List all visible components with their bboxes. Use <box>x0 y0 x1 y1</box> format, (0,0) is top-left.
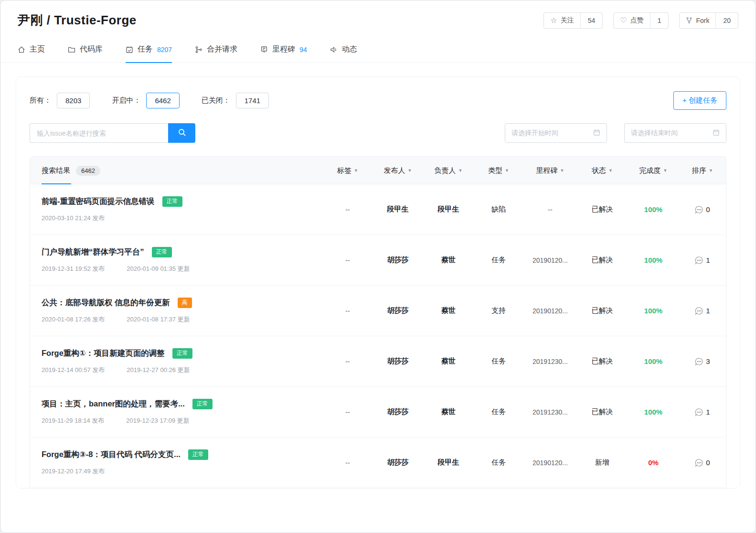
comment-icon <box>695 205 703 214</box>
like-count[interactable]: 1 <box>650 13 669 28</box>
comment-icon <box>695 256 703 265</box>
end-date-placeholder: 请选择结束时间 <box>631 129 678 138</box>
tab-milestones-count: 94 <box>299 46 307 53</box>
fork-count[interactable]: 20 <box>715 13 738 28</box>
merge-icon <box>195 46 202 53</box>
tab-tasks[interactable]: 任务 8207 <box>126 36 172 63</box>
tag-cell: -- <box>323 459 373 467</box>
publisher-cell[interactable]: 胡莎莎 <box>373 256 423 265</box>
issue-title[interactable]: 前端-重置密码页面提示信息错误 <box>42 196 155 207</box>
like-button[interactable]: ♡ 点赞 1 <box>613 12 669 29</box>
tab-activity-label: 动态 <box>342 44 357 54</box>
tab-tasks-count: 8207 <box>157 46 172 53</box>
assignee-cell[interactable]: 段甲生 <box>423 205 474 214</box>
column-header-sort[interactable]: 排序▼ <box>679 166 726 175</box>
comment-icon <box>695 408 703 416</box>
tag-cell: -- <box>323 307 373 315</box>
issue-title[interactable]: 门户导航新增“群体学习平台” <box>42 247 144 257</box>
priority-badge: 正常 <box>162 196 182 207</box>
follow-button[interactable]: ☆ 关注 54 <box>543 12 603 29</box>
search-button[interactable] <box>168 123 195 143</box>
follow-label: 关注 <box>561 16 574 25</box>
comment-icon <box>695 458 703 467</box>
column-header-tag[interactable]: 标签▼ <box>323 166 373 175</box>
publisher-cell[interactable]: 胡莎莎 <box>373 407 423 416</box>
tag-cell: -- <box>323 206 373 213</box>
repo-icon <box>68 46 75 53</box>
priority-badge: 高 <box>178 298 192 308</box>
column-header-assignee[interactable]: 负责人▼ <box>423 166 474 175</box>
results-label: 搜索结果 <box>42 166 70 175</box>
column-header-milestone[interactable]: 里程碑▼ <box>523 166 577 175</box>
column-header-publisher[interactable]: 发布人▼ <box>373 166 423 175</box>
tab-home[interactable]: 主页 <box>18 36 45 63</box>
published-date: 2019-12-14 00:57 发布 <box>42 366 105 374</box>
comment-icon <box>695 357 703 366</box>
caret-down-icon: ▼ <box>560 168 564 173</box>
updated-date: 2020-01-09 01:35 更新 <box>127 265 190 273</box>
issue-title-cell: 公共：底部导航版权 信息的年份更新 高 2020-01-08 17:26 发布 … <box>30 298 323 324</box>
comment-icon <box>695 307 703 315</box>
issue-title[interactable]: 项目：主页，banner图的处理，需要考... <box>42 399 185 409</box>
publisher-cell[interactable]: 段甲生 <box>373 205 423 214</box>
caret-down-icon: ▼ <box>663 168 668 173</box>
search-input[interactable] <box>30 123 168 143</box>
filter-open-count[interactable]: 6462 <box>146 93 179 108</box>
milestone-cell: 20190120... <box>523 256 577 264</box>
assignee-cell[interactable]: 蔡世 <box>423 407 474 416</box>
end-date-picker[interactable]: 请选择结束时间 <box>624 123 726 143</box>
milestone-cell: 20190120... <box>523 459 577 467</box>
comments-cell[interactable]: 1 <box>679 307 726 315</box>
tab-milestones[interactable]: 里程碑 94 <box>260 36 307 63</box>
status-cell: 已解决 <box>577 407 628 416</box>
issue-title-cell: 前端-重置密码页面提示信息错误 正常 2020-03-10 21:24 发布 <box>30 196 323 223</box>
column-header-status[interactable]: 状态▼ <box>577 166 628 175</box>
comments-cell[interactable]: 3 <box>679 357 726 366</box>
assignee-cell[interactable]: 段甲生 <box>423 458 474 467</box>
follow-count[interactable]: 54 <box>580 13 603 28</box>
tab-search-results[interactable]: 搜索结果 6462 <box>30 157 323 184</box>
published-date: 2019-12-31 19:52 发布 <box>42 265 105 273</box>
page-header: 尹刚 / Trustie-Forge ☆ 关注 54 ♡ 点赞 1 <box>0 0 756 36</box>
comments-cell[interactable]: 0 <box>679 458 726 467</box>
tab-repository[interactable]: 代码库 <box>68 36 103 63</box>
issues-table: 搜索结果 6462 标签▼ 发布人▼ 负责人▼ 类型▼ 里程碑▼ 状态▼ 完成度… <box>30 156 726 488</box>
issue-row: 门户导航新增“群体学习平台” 正常 2019-12-31 19:52 发布 20… <box>30 235 726 286</box>
assignee-cell[interactable]: 蔡世 <box>423 306 474 315</box>
publisher-cell[interactable]: 胡莎莎 <box>373 458 423 467</box>
publisher-cell[interactable]: 胡莎莎 <box>373 357 423 366</box>
comments-cell[interactable]: 1 <box>679 408 726 416</box>
comments-cell[interactable]: 1 <box>679 256 726 265</box>
tab-activity[interactable]: 动态 <box>330 36 357 63</box>
milestone-cell: 20191230... <box>523 408 577 416</box>
published-date: 2020-03-10 21:24 发布 <box>42 214 105 223</box>
comments-cell[interactable]: 0 <box>679 205 726 214</box>
issue-title[interactable]: Forge重构①：项目新建页面的调整 <box>42 348 165 359</box>
type-cell: 缺陷 <box>474 205 523 214</box>
create-task-button[interactable]: + 创建任务 <box>673 91 726 110</box>
issue-title[interactable]: Forge重构③-8：项目代码 代码分支页... <box>42 449 181 460</box>
start-date-picker[interactable]: 请选择开始时间 <box>505 123 607 143</box>
type-cell: 支持 <box>474 306 523 315</box>
publisher-cell[interactable]: 胡莎莎 <box>373 306 423 315</box>
filter-all-count[interactable]: 8203 <box>57 93 90 108</box>
caret-down-icon: ▼ <box>505 168 509 173</box>
milestone-icon <box>260 46 268 53</box>
assignee-cell[interactable]: 蔡世 <box>423 357 474 366</box>
tab-merge-requests[interactable]: 合并请求 <box>195 36 237 63</box>
filter-closed-count[interactable]: 1741 <box>236 93 269 108</box>
column-header-type[interactable]: 类型▼ <box>474 166 523 175</box>
fork-button[interactable]: Fork 20 <box>679 12 738 29</box>
assignee-cell[interactable]: 蔡世 <box>423 256 474 265</box>
issue-title[interactable]: 公共：底部导航版权 信息的年份更新 <box>42 298 170 308</box>
tab-merge-requests-label: 合并请求 <box>207 44 237 54</box>
published-date: 2019-12-20 17:49 发布 <box>42 467 105 476</box>
column-header-completion[interactable]: 完成度▼ <box>628 166 679 175</box>
page-title: 尹刚 / Trustie-Forge <box>18 12 137 29</box>
header-actions: ☆ 关注 54 ♡ 点赞 1 <box>543 12 738 29</box>
priority-badge: 正常 <box>188 449 208 460</box>
fork-icon <box>686 17 692 24</box>
project-nav: 主页 代码库 任务 8207 <box>0 36 756 63</box>
issue-row: 公共：底部导航版权 信息的年份更新 高 2020-01-08 17:26 发布 … <box>30 286 726 336</box>
completion-cell: 100% <box>628 256 679 264</box>
